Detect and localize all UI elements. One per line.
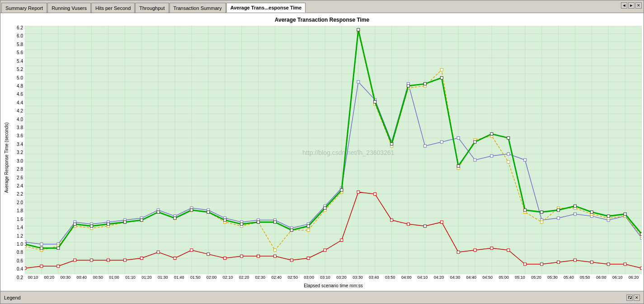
svg-rect-106 <box>640 267 642 270</box>
x-tick-0100: 01:00 <box>106 275 122 282</box>
y-tick-38: 3.8 <box>17 126 23 130</box>
svg-rect-77 <box>157 251 160 253</box>
tab-next-button[interactable]: ► <box>628 2 635 9</box>
svg-rect-86 <box>307 257 310 260</box>
svg-rect-83 <box>257 255 259 257</box>
x-tick-0020: 00:20 <box>41 275 57 282</box>
svg-text:http://blog.csdn.net/lh_236032: http://blog.csdn.net/lh_23603261 <box>302 149 394 156</box>
y-axis-label: Average Response Time (seconds) <box>2 26 10 289</box>
x-tick-0400: 04:00 <box>398 275 414 282</box>
y-tick-48: 4.8 <box>17 84 23 89</box>
x-tick-0330: 03:30 <box>349 275 366 282</box>
x-tick-0530: 05:30 <box>545 275 561 282</box>
svg-rect-190 <box>140 219 143 221</box>
legend-pin-button[interactable]: 🗘 <box>626 295 633 301</box>
tab-throughput[interactable]: Throughput <box>135 3 169 13</box>
svg-rect-214 <box>541 211 543 214</box>
chart-container: Average Transaction Response Time Averag… <box>0 13 644 291</box>
y-tick-56: 5.6 <box>17 51 23 55</box>
svg-rect-100 <box>541 263 543 266</box>
y-tick-04: 0.4 <box>17 267 23 271</box>
y-tick-34: 3.4 <box>17 142 23 147</box>
svg-rect-195 <box>224 219 226 221</box>
svg-rect-187 <box>90 225 93 228</box>
svg-rect-191 <box>157 211 160 214</box>
x-tick-0350: 03:50 <box>382 275 398 282</box>
x-tick-0340: 03:40 <box>366 275 382 282</box>
x-tick-0150: 01:50 <box>187 275 203 282</box>
svg-rect-85 <box>290 259 293 262</box>
y-tick-44: 4.4 <box>17 101 23 105</box>
svg-rect-131 <box>423 145 426 147</box>
x-tick-0600: 06:00 <box>593 275 609 282</box>
svg-rect-92 <box>407 223 410 225</box>
y-tick-14: 1.4 <box>17 225 23 230</box>
x-tick-0250: 02:50 <box>285 275 301 282</box>
svg-rect-133 <box>457 136 460 139</box>
svg-rect-210 <box>474 140 476 143</box>
svg-rect-184 <box>40 247 43 249</box>
svg-rect-212 <box>507 136 510 139</box>
x-tick-0230: 02:30 <box>252 275 268 282</box>
svg-rect-162 <box>307 229 310 231</box>
x-tick-0110: 01:10 <box>122 275 139 282</box>
legend-close-button[interactable]: ✕ <box>634 295 640 301</box>
svg-rect-213 <box>524 209 526 211</box>
svg-rect-139 <box>557 217 560 220</box>
tab-transaction-summary[interactable]: Transaction Summary <box>169 3 226 13</box>
y-tick-42: 4.2 <box>17 109 23 113</box>
svg-rect-140 <box>573 213 576 215</box>
svg-rect-205 <box>390 143 393 145</box>
y-tick-20: 2.0 <box>17 201 23 205</box>
y-tick-06: 0.6 <box>17 259 23 263</box>
svg-rect-101 <box>557 261 560 263</box>
svg-rect-103 <box>590 261 593 263</box>
chart-plot-area: http://blog.csdn.net/lh_23603261 00:10 0… <box>25 26 642 289</box>
svg-rect-196 <box>240 223 243 225</box>
svg-rect-87 <box>324 249 326 252</box>
svg-rect-189 <box>123 221 126 224</box>
svg-rect-208 <box>440 76 443 79</box>
tab-hits-per-second[interactable]: Hits per Second <box>91 3 135 13</box>
svg-rect-183 <box>25 243 26 245</box>
svg-rect-88 <box>340 239 343 242</box>
svg-rect-211 <box>490 133 493 136</box>
legend-label: Legend <box>4 295 21 300</box>
y-tick-02: 0.2 <box>17 276 23 280</box>
svg-rect-105 <box>624 263 626 266</box>
svg-rect-79 <box>190 249 193 252</box>
x-tick-0420: 04:20 <box>431 275 447 282</box>
tab-close-button[interactable]: ✕ <box>635 2 642 9</box>
svg-rect-192 <box>174 217 176 220</box>
x-axis-title: Elapsed scenario time mm:ss <box>25 282 642 289</box>
legend-bar: Legend 🗘 ✕ <box>0 291 644 304</box>
tab-summary-report[interactable]: Summary Report <box>1 3 47 13</box>
svg-rect-202 <box>340 189 343 192</box>
x-tick-0510: 05:10 <box>512 275 528 282</box>
svg-rect-104 <box>607 263 610 266</box>
x-tick-0550: 05:50 <box>577 275 593 282</box>
svg-rect-99 <box>524 263 526 266</box>
tab-bar: Summary Report Running Vusers Hits per S… <box>0 0 644 13</box>
svg-rect-176 <box>541 221 543 224</box>
x-tick-0210: 02:10 <box>220 275 236 282</box>
svg-rect-97 <box>490 247 493 249</box>
y-tick-32: 3.2 <box>17 150 23 155</box>
tab-prev-button[interactable]: ◄ <box>621 2 627 9</box>
x-tick-0010: 00:10 <box>25 275 41 282</box>
chart-svg: http://blog.csdn.net/lh_23603261 <box>25 26 642 274</box>
x-tick-0040: 00:40 <box>74 275 90 282</box>
svg-rect-80 <box>207 253 210 256</box>
x-tick-0200: 02:00 <box>203 275 220 282</box>
y-tick-62: 6.2 <box>17 26 23 30</box>
y-tick-24: 2.4 <box>17 184 23 188</box>
svg-rect-197 <box>257 221 259 224</box>
y-tick-28: 2.8 <box>17 167 23 172</box>
tab-average-trans-response-time[interactable]: Average Trans...esponse Time <box>226 3 306 13</box>
x-tick-0320: 03:20 <box>334 275 350 282</box>
svg-rect-93 <box>423 225 426 228</box>
tab-running-vusers[interactable]: Running Vusers <box>47 3 91 13</box>
legend-controls: 🗘 ✕ <box>626 295 640 301</box>
svg-rect-71 <box>57 265 60 267</box>
svg-rect-174 <box>507 161 510 164</box>
